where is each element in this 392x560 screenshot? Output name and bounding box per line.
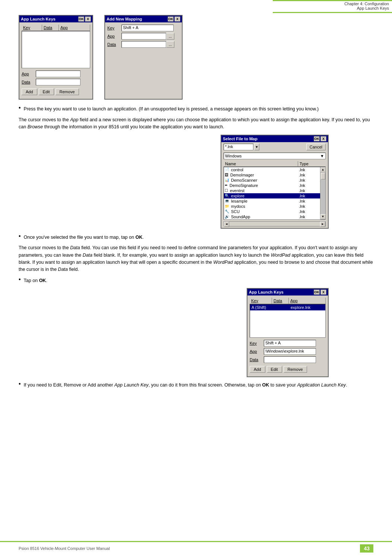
bullet-section-4: • If you need to Edit, Remove or Add ano…: [19, 382, 373, 389]
dialog2-spacer: [107, 49, 180, 79]
sfm-filter-dropdown-arrow[interactable]: ▼: [254, 144, 259, 150]
sfm-dir-row: Windows ▼: [221, 152, 328, 160]
top-dialogs-area: App Launch Keys OK X Key Data App App: [19, 15, 373, 100]
dialog2-key-input[interactable]: Shift + A: [121, 25, 174, 31]
sfm-file-type: .lnk: [299, 209, 319, 214]
sfm-file-name: ☐eventrst: [225, 188, 299, 193]
sfm-file-item[interactable]: 📁mydocs.lnk: [224, 204, 320, 209]
dialog3-ok-btn[interactable]: OK: [314, 290, 320, 295]
sfm-col-name: Name: [224, 161, 298, 166]
dialog2-data-row: Data ...: [107, 41, 180, 48]
dialog3-add-btn[interactable]: Add: [250, 366, 265, 373]
header-green-bar: [273, 0, 392, 1]
dialog3-key-row: Key Shift + A: [250, 340, 326, 347]
dialog2-ok-btn[interactable]: OK: [168, 16, 174, 22]
file-icon: 🔍: [225, 194, 229, 198]
bullet-section-3: • Tap on OK.: [19, 277, 373, 284]
dialog3-table-row-1[interactable]: A (Shift) explore.lnk: [250, 304, 325, 310]
sfm-file-item[interactable]: 🔍explore.lnk: [224, 193, 320, 198]
dialog2-data-browse-btn[interactable]: ...: [166, 41, 174, 48]
dialog1-ok-btn[interactable]: OK: [78, 16, 84, 22]
dialog3-titlebar: App Launch Keys OK X: [247, 289, 328, 295]
sfm-filter-area: *.lnk ▼: [224, 144, 305, 150]
sfm-file-item[interactable]: 🔧SCU.lnk: [224, 209, 320, 214]
sfm-scroll-up-btn[interactable]: ▲: [320, 167, 326, 172]
sfm-file-item[interactable]: 🖼DemoImager.lnk: [224, 172, 320, 178]
dialog3-close-btn[interactable]: X: [320, 290, 326, 295]
sfm-hscroll-right-btn[interactable]: ►: [320, 222, 325, 227]
dialog3-title-buttons: OK X: [314, 290, 326, 295]
dialog3-app-row: App \Windows\explore.lnk: [250, 348, 326, 355]
bullet-dot-1: •: [19, 105, 21, 111]
sfm-filter-input[interactable]: *.lnk: [224, 144, 253, 150]
sfm-file-name: ✒DemoSignature: [225, 183, 299, 188]
bullet-item-1: • Press the key you want to use to launc…: [19, 106, 373, 113]
dialog3-key-input[interactable]: Shift + A: [264, 340, 316, 347]
sfm-file-type: .lnk: [299, 194, 319, 198]
sfm-file-item[interactable]: 🔊SoundApp.lnk: [224, 214, 320, 219]
bottom-dialog-area: App Launch Keys OK X Key Data App A (Shi…: [19, 288, 373, 377]
sfm-hscrollbar: ◄ ►: [224, 221, 326, 226]
sfm-close-btn[interactable]: X: [320, 136, 326, 141]
chapter-title-line2: App Launch Keys: [276, 6, 389, 10]
sfm-scrollbar: ▲ ▼: [320, 167, 325, 219]
dialog1-data-row: Data: [22, 79, 90, 85]
bullet-section-1: • Press the key you want to use to launc…: [19, 106, 373, 113]
bullet3-bold-ok: OK: [39, 278, 46, 283]
sfm-hscroll-left-btn[interactable]: ◄: [224, 222, 229, 227]
bullet-item-3: • Tap on OK.: [19, 277, 373, 284]
bullet-text-2: Once you've selected the file you want t…: [24, 234, 373, 241]
sfm-file-item[interactable]: ☐eventrst.lnk: [224, 188, 320, 193]
sfm-ok-btn[interactable]: OK: [314, 136, 320, 141]
dialog3-listbox: A (Shift) explore.lnk: [250, 304, 326, 338]
sfm-file-type: .lnk: [299, 215, 319, 219]
dialog2-key-label: Key: [107, 26, 121, 30]
footer-page-area: 43: [360, 544, 373, 553]
chapter-title-line1: Chapter 4: Configuration: [276, 1, 389, 6]
sfm-col-scroll-space: [320, 161, 326, 166]
dialog3-app-input[interactable]: \Windows\explore.lnk: [264, 348, 316, 355]
file-icon: 🔊: [225, 215, 229, 219]
app-launch-keys-dialog-1: App Launch Keys OK X Key Data App App: [19, 15, 93, 100]
dialog3-row-data: [272, 305, 289, 310]
dialog2-app-browse-btn[interactable]: ...: [166, 33, 174, 40]
dialog1-body: Key Data App App Data Add Edit Remove: [19, 22, 92, 99]
dialog3-edit-btn[interactable]: Edit: [267, 366, 282, 373]
sfm-dir-input[interactable]: Windows ▼: [224, 153, 326, 159]
sfm-file-item[interactable]: 📄control.lnk: [224, 167, 320, 172]
file-icon: ✒: [225, 183, 228, 187]
dialog2-title-buttons: OK X: [168, 16, 180, 22]
dialog3-remove-btn[interactable]: Remove: [284, 366, 307, 373]
dialog1-data-label: Data: [22, 80, 36, 84]
sfm-file-name: 💻lesample: [225, 199, 299, 203]
sfm-file-item[interactable]: 📊DemoScanner.lnk: [224, 178, 320, 183]
bullet-item-2: • Once you've selected the file you want…: [19, 234, 373, 241]
dialog2-title: Add New Mapping: [107, 17, 142, 21]
dialog1-data-input[interactable]: [36, 79, 80, 85]
dialog1-app-input[interactable]: [36, 71, 80, 77]
sfm-cancel-btn[interactable]: Cancel: [306, 144, 326, 150]
dialog1-add-btn[interactable]: Add: [22, 88, 37, 95]
para-1: The cursor moves to the App field and a …: [19, 116, 373, 131]
sfm-file-item[interactable]: ✒DemoSignature.lnk: [224, 183, 320, 188]
dialog1-app-label: App: [22, 72, 36, 76]
sfm-hscroll-track: [229, 222, 320, 226]
dialog1-remove-btn[interactable]: Remove: [56, 88, 79, 95]
sfm-list-area: 📄control.lnk🖼DemoImager.lnk📊DemoScanner.…: [224, 167, 326, 220]
dialog3-body: Key Data App A (Shift) explore.lnk Key S…: [247, 295, 328, 376]
dialog2-data-input[interactable]: [121, 41, 166, 48]
dialog1-close-btn[interactable]: X: [85, 16, 91, 22]
sfm-scroll-thumb[interactable]: [321, 173, 325, 179]
sfm-file-item[interactable]: 💻lesample.lnk: [224, 198, 320, 204]
sfm-col-type: Type: [298, 161, 320, 166]
dialog1-edit-btn[interactable]: Edit: [39, 88, 54, 95]
sfm-file-name: 🖼DemoImager: [225, 173, 299, 177]
sfm-title: Select File to Map: [223, 137, 257, 141]
sfm-file-name: 🔍explore: [225, 194, 299, 198]
sfm-scroll-down-btn[interactable]: ▼: [320, 214, 326, 219]
file-icon: 💻: [225, 199, 229, 203]
file-icon: ☐: [225, 188, 228, 193]
dialog2-app-input[interactable]: [121, 33, 166, 40]
dialog2-close-btn[interactable]: X: [174, 16, 180, 22]
dialog3-data-input[interactable]: [264, 356, 316, 363]
